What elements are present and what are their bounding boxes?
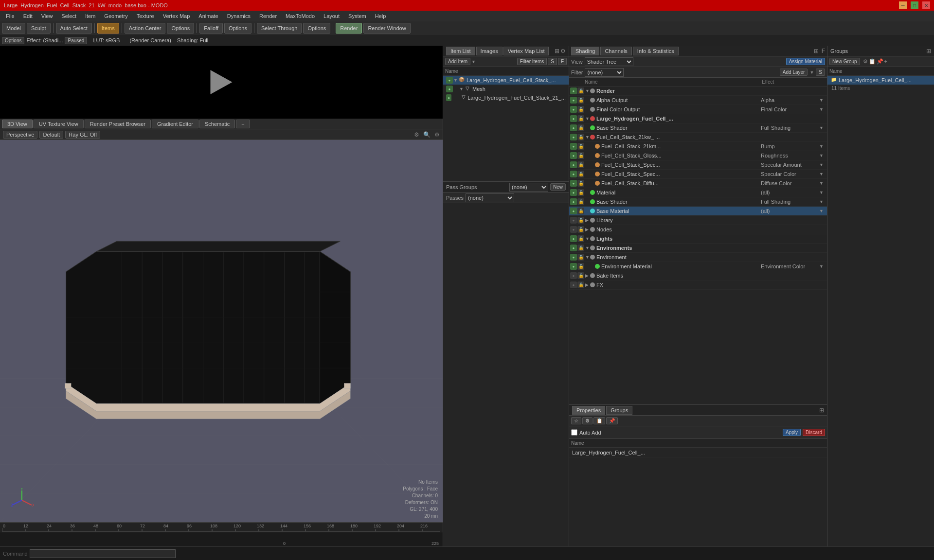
menu-item-help[interactable]: Help [371,12,390,20]
eye-library[interactable]: ● [570,217,577,224]
lock-base-shader-2[interactable]: 🔒 [577,198,584,205]
expand-groups-icon[interactable]: ⊞ [926,48,931,54]
tab-shading[interactable]: Shading [571,47,599,55]
eye-base-shader-2[interactable]: ● [570,198,577,205]
tab-vertex-map-list[interactable]: Vertex Map List [503,47,549,55]
settings-shading-icon[interactable]: F [822,48,825,54]
group-icon-1[interactable]: ⚙ [863,58,868,65]
dropdown-material[interactable]: ▼ [819,190,826,195]
shader-row-final-color[interactable]: ● 🔒 Final Color Output Final Color ▼ [569,105,827,114]
shader-row-fc-roughness[interactable]: ● 🔒 Fuel_Cell_Stack_Gloss... Roughness ▼ [569,151,827,160]
options-btn-3[interactable]: Options [303,23,330,34]
eye-fc-diffuse[interactable]: ● [570,180,577,187]
apply-btn[interactable]: Apply [783,429,801,436]
eye-nodes[interactable]: ● [570,226,577,233]
eye-env-material[interactable]: ● [570,263,577,270]
dropdown-env-material[interactable]: ▼ [819,264,826,269]
menu-item-animate[interactable]: Animate [195,12,222,20]
menu-item-maxtomodo[interactable]: MaxToModo [282,12,319,20]
dropdown-fc-roughness[interactable]: ▼ [819,153,826,158]
eye-environment[interactable]: ● [570,254,577,261]
falloff-btn[interactable]: Falloff [199,23,223,34]
tab-render-preset-browser[interactable]: Render Preset Browser [85,120,151,128]
sub-tab-star[interactable]: ☆ [571,417,581,424]
viewport-zoom-icon[interactable]: 🔍 [423,131,431,138]
shader-row-fuel-cell[interactable]: ● 🔒 ▼ Fuel_Cell_Stack_21kw_ ... [569,133,827,142]
shader-row-environment[interactable]: ● 🔒 ▼ Environment [569,253,827,262]
menu-item-geometry[interactable]: Geometry [100,12,131,20]
maximize-btn[interactable]: □ [911,1,918,9]
shader-row-fc-spec-color[interactable]: ● 🔒 Fuel_Cell_Stack_Spec... Specular Col… [569,170,827,179]
shader-row-env-material[interactable]: ● 🔒 Environment Material Environment Col… [569,262,827,271]
menu-item-system[interactable]: System [344,12,370,20]
lock-fc-spec-color[interactable]: 🔒 [577,171,584,177]
options-btn-1[interactable]: Options [167,23,194,34]
lock-render[interactable]: 🔒 [577,88,584,94]
lock-fc-roughness[interactable]: 🔒 [577,152,584,159]
sub-tab-list[interactable]: 📋 [593,417,605,424]
tab-gradient-editor[interactable]: Gradient Editor [152,120,198,128]
menu-item-render[interactable]: Render [255,12,281,20]
dropdown-base-shader-1[interactable]: ▼ [819,125,826,130]
passes-select[interactable]: (none) [466,193,514,202]
group-icon-3[interactable]: 📌 [877,58,883,65]
ray-gl-btn[interactable]: Ray GL: Off [65,131,100,139]
shader-row-render[interactable]: ● 🔒 ▼ Render [569,87,827,96]
preview-play-btn[interactable] [211,70,233,94]
eye-fx[interactable]: ● [570,281,577,288]
eye-base-material[interactable]: ● [570,208,577,214]
dropdown-fc-diffuse[interactable]: ▼ [819,181,826,186]
add-layer-btn[interactable]: Add Layer [780,69,808,76]
tab-item-list[interactable]: Item List [446,47,475,55]
viewport-settings-icon[interactable]: ⚙ [414,131,419,138]
sub-tab-pin[interactable]: 📌 [606,417,618,424]
shader-tree-select[interactable]: Shader Tree [585,57,633,66]
lock-hydrogen[interactable]: 🔒 [577,115,584,122]
eye-fc-roughness[interactable]: ● [570,152,577,159]
menu-item-edit[interactable]: Edit [19,12,36,20]
assign-material-btn[interactable]: Assign Material [786,58,825,65]
eye-base-shader-1[interactable]: ● [570,124,577,131]
lock-library[interactable]: 🔒 [577,217,584,224]
eye-1[interactable]: ● [446,86,453,92]
eye-alpha[interactable]: ● [570,97,577,104]
tab-uv-texture-view[interactable]: UV Texture View [34,120,84,128]
shader-row-alpha[interactable]: ● 🔒 Alpha Output Alpha ▼ [569,96,827,105]
perspective-btn[interactable]: Perspective [3,131,37,139]
expand-icon[interactable]: ⊞ [555,48,559,54]
expand-shading-icon[interactable]: ⊞ [814,48,819,54]
tab-3d-view[interactable]: 3D View [2,120,33,128]
render-window-btn[interactable]: Render Window [363,23,410,34]
discard-btn[interactable]: Discard [803,429,825,436]
s-btn[interactable]: S [548,58,557,65]
f-btn[interactable]: F [558,58,567,65]
shading-s-btn[interactable]: S [816,69,825,76]
auto-add-checkbox[interactable] [571,429,577,436]
menu-item-dynamics[interactable]: Dynamics [223,12,254,20]
timeline-track[interactable]: 0 225 [0,532,443,547]
lock-fc-bump[interactable]: 🔒 [577,143,584,150]
menu-item-layout[interactable]: Layout [320,12,343,20]
group-item-0[interactable]: 📁 Large_Hydrogen_Fuel_Cell_... [827,76,934,85]
sculpt-btn[interactable]: Sculpt [27,23,51,34]
auto-select-btn[interactable]: Auto Select [56,23,92,34]
default-btn[interactable]: Default [39,131,63,139]
group-icon-4[interactable]: + [884,58,887,65]
filter-select[interactable]: (none) [585,68,624,77]
tab-channels[interactable]: Channels [600,47,631,55]
model-btn[interactable]: Model [2,23,25,34]
command-input[interactable] [30,549,176,558]
shader-row-hydrogen[interactable]: ● 🔒 ▼ Large_Hydrogen_Fuel_Cell_... [569,114,827,123]
shader-row-lights[interactable]: ● 🔒 ▼ Lights [569,234,827,244]
dropdown-base-material[interactable]: ▼ [819,209,826,213]
lock-nodes[interactable]: 🔒 [577,226,584,233]
options-btn-2[interactable]: Options [224,23,251,34]
action-center-btn[interactable]: Action Center [125,23,166,34]
dropdown-alpha[interactable]: ▼ [819,98,826,103]
shader-row-base-material[interactable]: ● 🔒 Base Material (all) ▼ [569,207,827,216]
lock-fc-diffuse[interactable]: 🔒 [577,180,584,187]
dropdown-fc-bump[interactable]: ▼ [819,144,826,149]
options-btn[interactable]: Options [2,37,24,44]
shader-row-fc-bump[interactable]: ● 🔒 Fuel_Cell_Stack_21km... Bump ▼ [569,142,827,151]
lock-base-material[interactable]: 🔒 [577,208,584,214]
